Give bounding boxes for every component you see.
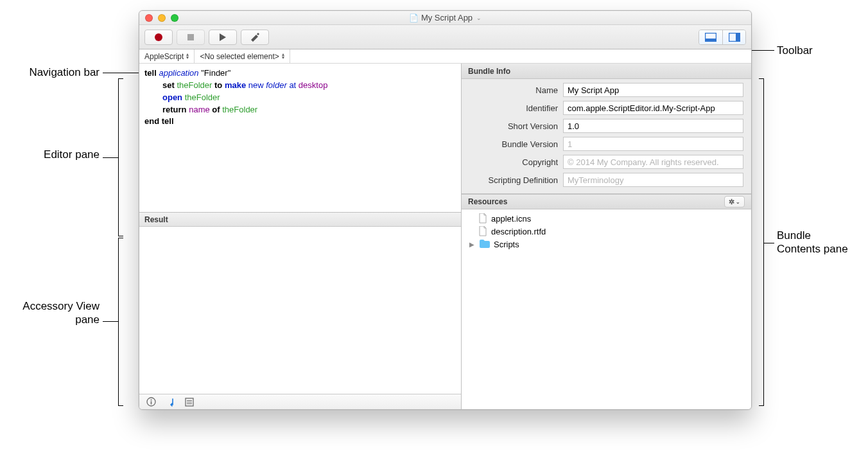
svg-rect-6 [736,33,740,41]
svg-marker-2 [220,33,226,41]
identifier-label: Identifier [462,103,558,113]
resource-item-folder[interactable]: ▶ Scripts [465,238,747,251]
file-icon [478,226,487,236]
resource-item[interactable]: description.rtfd [465,225,747,238]
titlebar: 📄 My Script App ⌄ [139,11,751,25]
main-content: tell application "Finder" set theFolder … [139,64,751,409]
resource-name: description.rtfd [491,227,546,236]
svg-rect-9 [150,401,152,405]
sdef-label: Scripting Definition [462,175,558,185]
record-button[interactable] [144,30,173,45]
toggle-side-panel-button[interactable] [722,30,745,44]
short-version-label: Short Version [462,121,558,131]
accessory-footer [139,394,461,409]
window-controls [139,14,178,22]
disclosure-triangle-icon[interactable]: ▶ [469,241,476,248]
document-icon: 📄 [409,13,419,22]
navigation-bar: AppleScript ▴▾ <No selected element> ▴▾ [139,49,751,64]
bundle-info-header: Bundle Info [462,64,751,79]
compile-button[interactable] [241,30,269,45]
callout-bracket [759,78,764,406]
callout-accessory-view-pane: Accessory View pane [6,299,100,327]
left-column: tell application "Finder" set theFolder … [139,64,462,409]
callout-bracket [118,238,123,406]
name-label: Name [462,85,558,95]
svg-rect-4 [706,39,716,42]
bundle-version-field[interactable] [563,137,743,151]
log-tab-icon[interactable] [184,397,195,407]
stepper-icon: ▴▾ [282,53,284,60]
run-button[interactable] [209,30,237,45]
resources-title: Resources [468,197,507,206]
result-tab-icon[interactable] [165,397,175,407]
resources-header: Resources ✲ ⌄ [462,194,751,209]
stepper-icon: ▴▾ [186,53,189,60]
language-selector[interactable]: AppleScript ▴▾ [139,49,195,63]
zoom-button[interactable] [171,14,178,22]
short-version-field[interactable] [563,119,743,133]
svg-point-8 [150,400,152,401]
copyright-label: Copyright [462,157,558,167]
resource-item[interactable]: applet.icns [465,212,747,225]
editor-pane[interactable]: tell application "Finder" set theFolder … [139,64,461,213]
resource-name: applet.icns [491,214,531,224]
callout-navigation-bar: Navigation bar [6,66,100,79]
element-selector[interactable]: <No selected element> ▴▾ [195,49,290,63]
result-header: Result [139,213,461,227]
form-row-sdef: Scripting Definition [462,173,743,187]
callout-line [103,73,139,73]
form-row-identifier: Identifier [462,101,743,115]
callout-line [103,321,118,322]
copyright-field[interactable] [563,155,743,169]
callout-line [764,243,774,243]
name-field[interactable] [563,83,743,97]
code-line: set theFolder to make new folder at desk… [144,80,456,92]
window-title[interactable]: 📄 My Script App ⌄ [139,13,751,22]
callout-editor-pane: Editor pane [6,148,100,161]
result-pane[interactable] [139,227,461,394]
close-button[interactable] [145,14,153,22]
code-line: end tell [144,116,456,128]
form-row-short-version: Short Version [462,119,743,133]
description-icon[interactable] [146,397,156,407]
resources-list[interactable]: applet.icns description.rtfd ▶ Scripts [462,209,751,409]
bundle-info-form: Name Identifier Short Version Bundle Ver… [462,79,751,194]
chevron-down-icon: ⌄ [736,199,740,205]
chevron-down-icon: ⌄ [476,15,482,21]
stop-button[interactable] [177,30,205,45]
callout-bundle-contents-pane: Bundle Contents pane [777,229,854,256]
script-editor-window: 📄 My Script App ⌄ AppleScri [139,10,752,410]
code-line: return name of theFolder [144,104,456,116]
panel-toggle-group [699,30,746,45]
bundle-contents-pane: Bundle Info Name Identifier Short Versio… [462,64,751,409]
identifier-field[interactable] [563,101,743,115]
sdef-field[interactable] [563,173,743,187]
toolbar [139,25,751,49]
code-line: tell application "Finder" [144,67,456,80]
bundle-version-label: Bundle Version [462,139,558,149]
resource-name: Scripts [494,240,519,249]
form-row-bundle-version: Bundle Version [462,137,743,151]
toggle-bottom-panel-button[interactable] [699,30,722,44]
svg-point-0 [155,33,162,41]
callout-line [103,157,118,158]
element-label: <No selected element> [200,52,279,61]
gear-icon: ✲ [729,198,734,206]
callout-toolbar: Toolbar [777,44,813,57]
form-row-copyright: Copyright [462,155,743,169]
window-title-text: My Script App [421,13,473,22]
code-line: open theFolder [144,92,456,104]
callout-line [751,50,774,51]
form-row-name: Name [462,83,743,97]
folder-icon [480,240,490,249]
callout-bracket [118,78,123,236]
svg-rect-1 [187,34,194,40]
resources-action-menu[interactable]: ✲ ⌄ [724,196,745,207]
minimize-button[interactable] [158,14,166,22]
language-label: AppleScript [144,52,184,61]
file-icon [478,213,487,224]
